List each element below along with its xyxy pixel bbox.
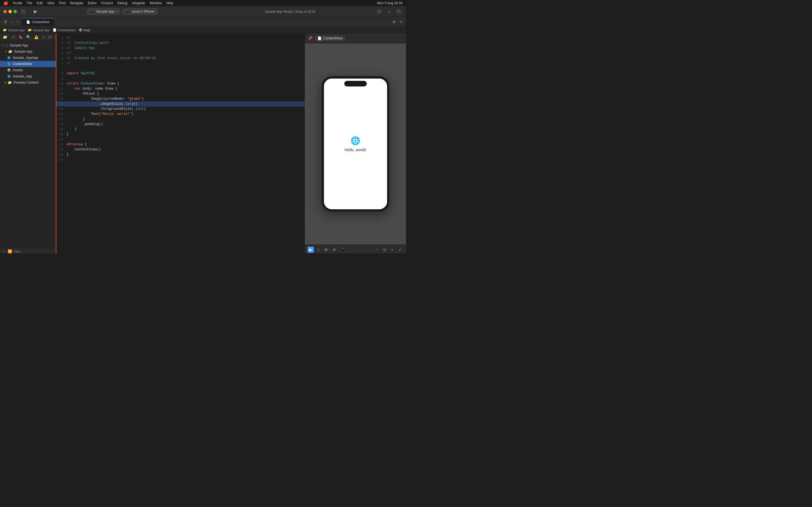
back-button[interactable]: ‹: [10, 18, 15, 25]
preview-inspect-button[interactable]: □: [315, 247, 321, 252]
sidebar-item-contentview[interactable]: 🔷 ContentView: [0, 61, 56, 67]
code-line-20[interactable]: 20}: [56, 132, 305, 137]
close-button[interactable]: [3, 10, 7, 13]
zoom-in-button[interactable]: +: [389, 247, 395, 252]
code-line-4[interactable]: 4//: [56, 51, 305, 56]
device-selector[interactable]: 📱 Junior's iPhone: [122, 8, 158, 15]
code-line-17[interactable]: 17 }: [56, 117, 305, 122]
sidebar-warning-icon[interactable]: ⚠️: [33, 34, 40, 40]
scheme-chevron: ›: [116, 10, 117, 13]
iphone-screen: 🌐 Hello, world!: [324, 78, 387, 209]
line-number: 21: [59, 137, 66, 142]
breadcrumb-file[interactable]: ContentView: [58, 29, 75, 32]
minimize-button[interactable]: [8, 10, 12, 13]
code-line-1[interactable]: 1//: [56, 36, 305, 41]
swift-icon-2: 🔷: [7, 62, 11, 66]
sidebar-item-preview-content[interactable]: ▶ 📁 Preview Content: [0, 79, 56, 86]
menu-help[interactable]: Help: [166, 1, 173, 5]
preview-variants-button[interactable]: ⇄: [331, 247, 338, 252]
sidebar-search-icon[interactable]: 🔍: [25, 34, 32, 40]
code-line-21[interactable]: 21: [56, 137, 305, 142]
code-line-19[interactable]: 19 }: [56, 127, 305, 132]
line-content: //: [66, 61, 302, 66]
preview-grid-button[interactable]: ⊞: [323, 247, 329, 252]
line-content: }: [66, 152, 302, 157]
code-line-14[interactable]: 14 .imageScale(.large): [56, 101, 305, 107]
run-button[interactable]: ▶: [34, 9, 37, 14]
line-number: 3: [59, 46, 66, 51]
sidebar-item-appapp[interactable]: 🔷 Sample_AppApp: [0, 55, 56, 61]
sidebar-item-assets[interactable]: 📦 Assets: [0, 67, 56, 73]
scheme-selector[interactable]: 📱 Sample App ›: [87, 8, 120, 15]
sidebar-item-project[interactable]: ▼ ⬡ Sample App: [0, 42, 56, 48]
preview-pin-button[interactable]: 📌: [308, 36, 312, 41]
code-line-24[interactable]: 24}: [56, 152, 305, 157]
breadcrumb-folder[interactable]: Sample App: [33, 29, 50, 32]
editor-options-button[interactable]: ≡: [398, 18, 404, 25]
code-line-5[interactable]: 5// Created by Ione Souza Junior on 05/0…: [56, 56, 305, 61]
code-line-22[interactable]: 22#Preview {: [56, 142, 305, 147]
menu-find[interactable]: Find: [59, 1, 65, 5]
sidebar-folder-icon[interactable]: 📁: [2, 34, 8, 40]
menu-view[interactable]: View: [47, 1, 54, 5]
sidebar-item-folder[interactable]: ▼ 📁 Sample App: [0, 48, 56, 55]
sidebar-tag-icon[interactable]: 🏷: [47, 34, 53, 40]
preview-play-button[interactable]: ▶: [308, 247, 314, 252]
menu-window[interactable]: Window: [150, 1, 162, 5]
filter-button[interactable]: 🔽: [8, 249, 12, 253]
zoom-out-button[interactable]: −: [374, 247, 380, 252]
structure-toggle-button[interactable]: ☰: [2, 18, 9, 25]
app-toolbar: ⬛ ▶ 📱 Sample App › 📱 Junior's iPhone Sam…: [0, 6, 406, 17]
code-line-15[interactable]: 15 .foregroundStyle(.tint): [56, 107, 305, 112]
menu-editor[interactable]: Editor: [88, 1, 97, 5]
menu-integrate[interactable]: Integrate: [132, 1, 145, 5]
add-button[interactable]: ＋: [386, 8, 393, 15]
preview-device-button[interactable]: 📱: [339, 247, 347, 252]
code-line-25[interactable]: 25: [56, 157, 305, 162]
sidebar-item-sampleapp[interactable]: 🔷 Sample_App: [0, 73, 56, 79]
code-line-10[interactable]: 10struct ContentView: View {: [56, 81, 305, 86]
forward-button[interactable]: ›: [16, 18, 20, 25]
sidebar-diamond-icon[interactable]: ◇: [41, 34, 46, 40]
inspector-toggle-button[interactable]: ⬛: [395, 8, 403, 15]
menu-xcode[interactable]: Xcode: [13, 1, 22, 5]
zoom-fit-button[interactable]: ⊙: [381, 247, 388, 252]
code-editor[interactable]: 1//2// ContentView.swift3// Sample App4/…: [56, 33, 305, 253]
code-line-9[interactable]: 9: [56, 76, 305, 81]
code-line-3[interactable]: 3// Sample App: [56, 46, 305, 51]
zoom-fill-button[interactable]: ⤢: [397, 247, 403, 252]
code-line-13[interactable]: 13 Image(systemName: "globe"): [56, 96, 305, 101]
code-line-2[interactable]: 2// ContentView.swift: [56, 41, 305, 46]
code-line-7[interactable]: 7: [56, 66, 305, 71]
sidebar-rect-icon[interactable]: □: [54, 34, 56, 40]
menu-debug[interactable]: Debug: [117, 1, 127, 5]
sidebar-bookmark-icon[interactable]: 🔖: [17, 34, 24, 40]
code-line-16[interactable]: 16 Text("Hello, world!"): [56, 112, 305, 117]
line-content: .foregroundStyle(.tint): [66, 107, 302, 112]
layout-toggle-button[interactable]: ⬛: [375, 8, 383, 15]
maximize-button[interactable]: [13, 10, 17, 13]
menu-product[interactable]: Product: [101, 1, 113, 5]
breadcrumb-icon-4: ⚙️: [79, 28, 83, 32]
code-line-23[interactable]: 23 ContentView(): [56, 147, 305, 152]
add-file-button[interactable]: ＋: [2, 249, 6, 254]
sidebar-vcs-icon[interactable]: ⎇: [10, 34, 16, 40]
code-line-11[interactable]: 11 var body: some View {: [56, 86, 305, 91]
content-view-tab[interactable]: 📄 ContentView: [22, 18, 54, 26]
menu-edit[interactable]: Edit: [37, 1, 43, 5]
line-number: 9: [59, 76, 66, 81]
code-line-18[interactable]: 18 .padding(): [56, 122, 305, 127]
breadcrumb-project[interactable]: Sample App: [8, 29, 24, 32]
menu-file[interactable]: File: [27, 1, 32, 5]
breadcrumb-symbol[interactable]: body: [84, 29, 91, 32]
sidebar-toggle-button[interactable]: ⬛: [19, 8, 27, 15]
split-editor-button[interactable]: ⧉: [391, 18, 397, 25]
editor-area: 1//2// ContentView.swift3// Sample App4/…: [56, 33, 305, 253]
preview-view-label[interactable]: 📄 ContentView: [315, 36, 345, 41]
code-line-12[interactable]: 12 VStack {: [56, 91, 305, 96]
apple-menu[interactable]: 🍎: [3, 1, 8, 5]
menu-navigate[interactable]: Navigate: [70, 1, 83, 5]
code-line-6[interactable]: 6//: [56, 61, 305, 66]
code-line-8[interactable]: 8import SwiftUI: [56, 71, 305, 76]
line-number: 16: [59, 112, 66, 117]
